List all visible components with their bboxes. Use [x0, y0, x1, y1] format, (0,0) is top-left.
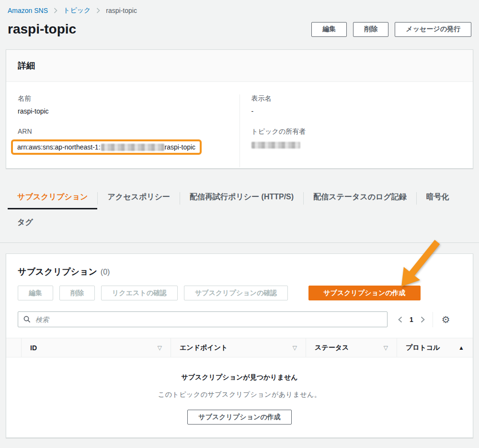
tab-tags[interactable]: タグ: [8, 212, 43, 235]
details-title: 詳細: [18, 61, 35, 70]
arn-value-prefix: arn:aws:sns:ap-northeast-1:: [17, 143, 101, 151]
empty-state: サブスクリプションが見つかりません このトピックのサブスクリプションがありません…: [6, 357, 473, 437]
search-input[interactable]: [34, 315, 382, 324]
name-label: 名前: [18, 94, 228, 103]
column-header-id: ID ▽: [21, 338, 171, 357]
display-name-field: 表示名 -: [251, 94, 462, 115]
details-body: 名前 raspi-topic ARN arn:aws:sns:ap-northe…: [6, 82, 473, 168]
tab-subscriptions[interactable]: サブスクリプション: [8, 187, 97, 209]
arn-value-suffix: raspi-topic: [165, 143, 196, 151]
chevron-right-icon: [54, 8, 57, 13]
subscriptions-panel: サブスクリプション (0) 編集 削除 リクエストの確認 サブスクリプションの確…: [6, 253, 473, 438]
arn-field: ARN arn:aws:sns:ap-northeast-1: raspi-to…: [18, 127, 228, 155]
breadcrumb-link-topics[interactable]: トピック: [63, 6, 91, 15]
current-page-number[interactable]: 1: [410, 316, 413, 323]
tab-delivery-retry-policy[interactable]: 配信再試行ポリシー (HTTP/S): [180, 187, 303, 209]
redacted-account-id: [101, 144, 164, 151]
column-label: ID: [30, 344, 37, 352]
display-name-value: -: [251, 107, 462, 115]
sort-icon-active[interactable]: ▲: [458, 345, 464, 351]
topic-owner-field: トピックの所有者: [251, 127, 462, 149]
edit-topic-button[interactable]: 編集: [311, 22, 347, 37]
column-header-protocol: プロトコル ▲: [397, 338, 473, 357]
display-name-label: 表示名: [251, 94, 462, 103]
arn-label: ARN: [18, 127, 228, 135]
column-header-status: ステータス ▽: [306, 338, 397, 357]
topic-owner-label: トピックの所有者: [251, 127, 462, 136]
tab-bar-row2: タグ: [8, 212, 471, 235]
details-left-column: 名前 raspi-topic ARN arn:aws:sns:ap-northe…: [6, 94, 240, 167]
edit-subscription-button[interactable]: 編集: [18, 286, 53, 300]
subscriptions-count: (0): [101, 268, 110, 276]
breadcrumb-current: raspi-topic: [106, 7, 137, 14]
name-value: raspi-topic: [18, 107, 228, 115]
empty-create-subscription-button[interactable]: サブスクリプションの作成: [187, 410, 291, 425]
page-header: raspi-topic 編集 削除 メッセージの発行: [0, 15, 479, 37]
breadcrumb: Amazon SNS トピック raspi-topic: [0, 0, 479, 15]
page-title: raspi-topic: [8, 22, 76, 37]
empty-state-title: サブスクリプションが見つかりません: [6, 373, 473, 382]
delete-topic-button[interactable]: 削除: [353, 22, 388, 37]
details-panel: 詳細 名前 raspi-topic ARN arn:aws:sns:ap-nor…: [6, 49, 473, 169]
subscriptions-actions: 編集 削除 リクエストの確認 サブスクリプションの確認 サブスクリプションの作成: [6, 286, 473, 300]
next-page-icon[interactable]: [421, 316, 425, 323]
column-label: プロトコル: [406, 344, 440, 352]
pagination-divider: [433, 312, 433, 327]
column-label: ステータス: [315, 344, 349, 352]
sort-icon[interactable]: ▽: [158, 345, 162, 351]
create-subscription-button[interactable]: サブスクリプションの作成: [308, 286, 420, 300]
column-header-endpoint: エンドポイント ▽: [171, 338, 306, 357]
chevron-right-icon: [96, 8, 100, 13]
prev-page-icon[interactable]: [398, 316, 402, 323]
confirm-subscription-button[interactable]: サブスクリプションの確認: [184, 286, 288, 300]
subscriptions-table-header: ID ▽ エンドポイント ▽ ステータス ▽ プロトコル ▲: [6, 338, 473, 357]
search-row: 1 ⚙: [6, 311, 473, 327]
sort-icon[interactable]: ▽: [384, 345, 388, 351]
confirm-request-button[interactable]: リクエストの確認: [101, 286, 178, 300]
sort-icon[interactable]: ▽: [293, 345, 297, 351]
header-actions: 編集 削除 メッセージの発行: [311, 22, 471, 37]
details-right-column: 表示名 - トピックの所有者: [240, 94, 473, 167]
tabs-bottom-divider: [0, 242, 479, 243]
tab-delivery-status-logging[interactable]: 配信ステータスのログ記録: [304, 187, 416, 209]
subscriptions-title: サブスクリプション: [18, 266, 97, 277]
gear-icon[interactable]: ⚙: [442, 315, 450, 324]
column-label: エンドポイント: [180, 344, 228, 352]
redacted-topic-owner: [251, 142, 300, 149]
breadcrumb-link-sns[interactable]: Amazon SNS: [8, 7, 48, 14]
tab-encryption[interactable]: 暗号化: [417, 187, 459, 209]
search-icon: [23, 316, 31, 323]
tab-bar: サブスクリプション アクセスポリシー 配信再試行ポリシー (HTTP/S) 配信…: [8, 187, 471, 209]
tab-access-policy[interactable]: アクセスポリシー: [98, 187, 180, 209]
publish-message-button[interactable]: メッセージの発行: [395, 22, 471, 37]
select-column-header: [6, 338, 21, 357]
empty-state-message: このトピックのサブスクリプションがありません。: [6, 391, 473, 399]
subscriptions-header: サブスクリプション (0): [6, 266, 473, 277]
search-box: [18, 311, 388, 327]
details-panel-header: 詳細: [6, 50, 473, 82]
arn-highlight-box: arn:aws:sns:ap-northeast-1: raspi-topic: [11, 139, 202, 155]
pagination: 1: [398, 316, 425, 323]
name-field: 名前 raspi-topic: [18, 94, 228, 115]
delete-subscription-button[interactable]: 削除: [59, 286, 95, 300]
